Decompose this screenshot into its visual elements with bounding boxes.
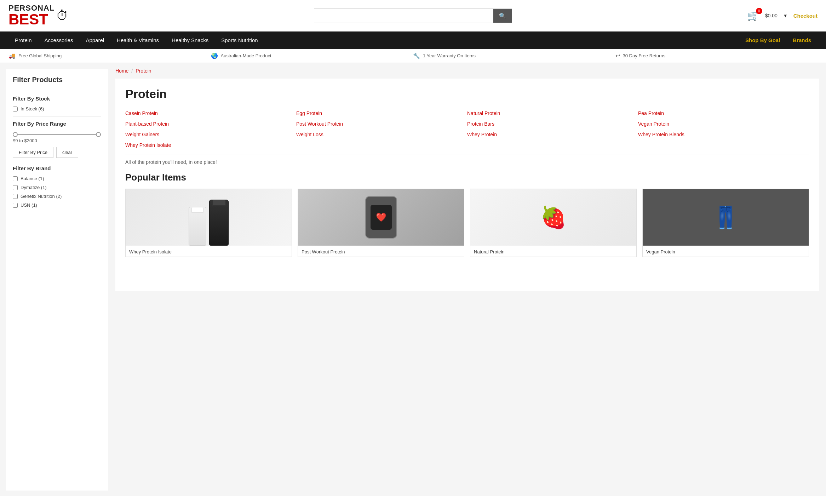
search-area: 🔍 (79, 8, 747, 23)
sidebar: Filter Products Filter By Stock In Stock… (6, 69, 108, 491)
price-label: $9 to $2000 (13, 138, 101, 143)
filter-brand-title: Filter By Brand (13, 161, 101, 174)
range-thumb-right[interactable] (96, 132, 101, 137)
logo-best: BEST (8, 12, 55, 27)
search-box: 🔍 (314, 8, 512, 23)
product-name-4: Vegan Protein (643, 246, 809, 257)
search-input[interactable] (314, 9, 493, 23)
info-shipping: 🚚 Free Global Shipping (8, 52, 211, 59)
balance-label: Balance (1) (21, 176, 44, 181)
info-warranty: 🔧 1 Year Warranty On Items (413, 52, 615, 59)
genetix-checkbox[interactable] (13, 194, 18, 199)
category-natural[interactable]: Natural Protein (467, 109, 638, 117)
genetix-label: Genetix Nutrition (2) (21, 194, 62, 199)
logo-text: PERSONAL BEST (8, 4, 55, 27)
truck-icon: 🚚 (8, 52, 16, 59)
product-image-3: 🍓 (470, 189, 636, 246)
info-shipping-text: Free Global Shipping (18, 53, 62, 58)
category-plant-based[interactable]: Plant-based Protein (125, 120, 296, 128)
breadcrumb-current[interactable]: Protein (136, 68, 151, 74)
nav-left: Protein Accessories Apparel Health & Vit… (8, 31, 739, 49)
popular-title: Popular Items (125, 172, 809, 183)
info-bar: 🚚 Free Global Shipping 🌏 Australian-Made… (0, 49, 826, 63)
category-egg[interactable]: Egg Protein (296, 109, 467, 117)
cart-dropdown-icon[interactable]: ▼ (783, 13, 788, 18)
category-vegan[interactable]: Vegan Protein (638, 120, 809, 128)
logo[interactable]: PERSONAL BEST ⏱ (8, 4, 79, 27)
nav-item-health-vitamins[interactable]: Health & Vitamins (110, 31, 165, 49)
product-image-1 (126, 189, 292, 246)
product-card-2[interactable]: ❤️ Post Workout Protein (298, 189, 464, 257)
product-card-4[interactable]: 👖 Vegan Protein (642, 189, 809, 257)
price-range-slider[interactable] (13, 134, 101, 135)
info-warranty-text: 1 Year Warranty On Items (423, 53, 476, 58)
breadcrumb-home[interactable]: Home (115, 68, 128, 74)
navigation-bar: Protein Accessories Apparel Health & Vit… (0, 31, 826, 49)
site-header: PERSONAL BEST ⏱ 🔍 🛒 0 $0.00 ▼ Checkout (0, 0, 826, 31)
tracker-screen: ❤️ (371, 205, 392, 230)
category-weight-gainers[interactable]: Weight Gainers (125, 131, 296, 138)
clear-price-button[interactable]: clear (56, 147, 78, 158)
dymatize-label: Dymatize (1) (21, 185, 47, 190)
main-layout: Filter Products Filter By Stock In Stock… (0, 63, 826, 496)
filter-brand-genetix[interactable]: Genetix Nutrition (2) (13, 192, 101, 201)
range-thumb-left[interactable] (13, 132, 18, 137)
heart-icon: ❤️ (376, 212, 386, 222)
breadcrumb: Home / Protein (115, 63, 819, 79)
category-casein[interactable]: Casein Protein (125, 109, 296, 117)
info-returns: ↩ 30 Day Free Returns (615, 52, 818, 59)
category-whey[interactable]: Whey Protein (467, 131, 638, 138)
product-card-3[interactable]: 🍓 Natural Protein (470, 189, 637, 257)
nav-item-sports-nutrition[interactable]: Sports Nutrition (215, 31, 264, 49)
tracker-wrap: ❤️ (365, 196, 397, 239)
category-pea[interactable]: Pea Protein (638, 109, 809, 117)
page-title: Protein (125, 87, 809, 101)
page-description: All of the protein you'll need, in one p… (125, 155, 809, 165)
dymatize-checkbox[interactable] (13, 185, 18, 190)
product-name-3: Natural Protein (470, 246, 636, 257)
breadcrumb-separator: / (131, 68, 133, 74)
globe-icon: 🌏 (211, 52, 218, 59)
in-stock-checkbox[interactable] (13, 107, 18, 111)
food-icon: 🍓 (540, 205, 567, 230)
bottle-white-icon (189, 207, 206, 246)
products-grid: Whey Protein Isolate ❤️ Post Wor (125, 189, 809, 257)
balance-checkbox[interactable] (13, 176, 18, 181)
pants-icon: 👖 (712, 205, 739, 230)
category-links: Casein Protein Egg Protein Natural Prote… (125, 109, 809, 149)
product-name-1: Whey Protein Isolate (126, 246, 292, 257)
product-image-4: 👖 (643, 189, 809, 246)
category-protein-bars[interactable]: Protein Bars (467, 120, 638, 128)
search-button[interactable]: 🔍 (493, 9, 512, 23)
tracker-band: ❤️ (365, 196, 397, 239)
nav-item-apparel[interactable]: Apparel (79, 31, 110, 49)
checkout-link[interactable]: Checkout (793, 13, 818, 19)
range-track (13, 134, 101, 135)
filter-in-stock[interactable]: In Stock (6) (13, 104, 101, 113)
nav-item-shop-by-goal[interactable]: Shop By Goal (739, 31, 786, 49)
range-fill (13, 134, 101, 135)
category-whey-blends[interactable]: Whey Protein Blends (638, 131, 809, 138)
cart-icon-wrap[interactable]: 🛒 0 (747, 10, 759, 22)
filter-by-price-button[interactable]: Filter By Price (13, 147, 53, 158)
category-weight-loss[interactable]: Weight Loss (296, 131, 467, 138)
return-icon: ↩ (615, 52, 620, 59)
cart-area: 🛒 0 $0.00 ▼ Checkout (747, 10, 818, 22)
product-card-1[interactable]: Whey Protein Isolate (125, 189, 292, 257)
filter-price-title: Filter By Price Range (13, 116, 101, 130)
nav-item-healthy-snacks[interactable]: Healthy Snacks (165, 31, 215, 49)
filter-brand-balance[interactable]: Balance (1) (13, 174, 101, 183)
filter-stock-title: Filter By Stock (13, 91, 101, 104)
nav-item-accessories[interactable]: Accessories (38, 31, 80, 49)
category-post-workout[interactable]: Post Workout Protein (296, 120, 467, 128)
nav-right: Shop By Goal Brands (739, 31, 818, 49)
category-whey-isolate[interactable]: Whey Protein Isolate (125, 141, 296, 149)
filter-brand-dymatize[interactable]: Dymatize (1) (13, 183, 101, 192)
nav-item-protein[interactable]: Protein (8, 31, 38, 49)
nav-item-brands[interactable]: Brands (786, 31, 818, 49)
filter-brand-usn[interactable]: USN (1) (13, 201, 101, 210)
sidebar-title: Filter Products (13, 76, 101, 84)
usn-checkbox[interactable] (13, 203, 18, 208)
cart-badge: 0 (756, 8, 762, 14)
search-icon: 🔍 (499, 13, 506, 19)
